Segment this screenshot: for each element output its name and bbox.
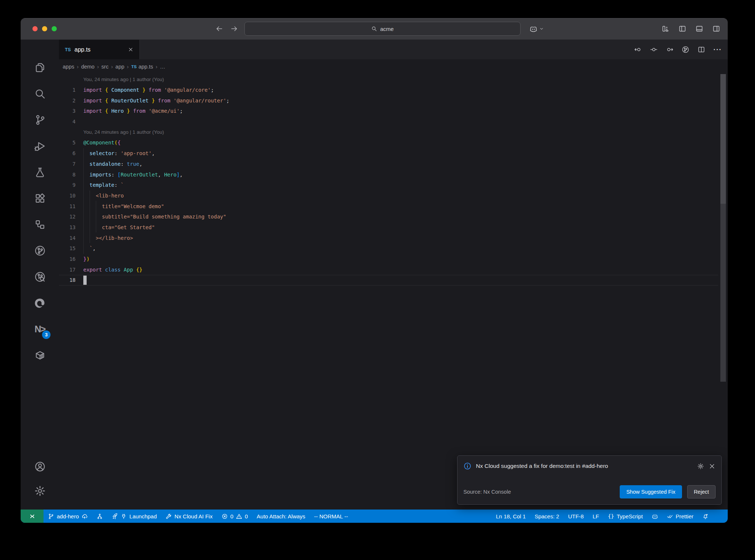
encoding-item[interactable]: UTF-8 (564, 510, 588, 523)
breadcrumb-item[interactable]: apps (63, 64, 74, 70)
search-value: acme (380, 26, 394, 32)
open-changes-icon[interactable] (650, 46, 658, 53)
editor-group: TS app.ts ··· apps›demo›src›app›TSapp.ts… (59, 40, 728, 510)
code-line-10[interactable]: 10 <lib-hero (59, 190, 718, 201)
chevron-down-icon (539, 26, 544, 31)
gitlens-file-annotations-icon[interactable] (682, 46, 689, 53)
activity-item-gitlens-inspect[interactable] (21, 264, 59, 290)
breadcrumb-item[interactable]: app (115, 64, 124, 70)
open-previous-change-icon[interactable] (634, 46, 642, 53)
activity-item-accounts[interactable] (21, 454, 59, 479)
code-line-7[interactable]: 7 standalone: true, (59, 159, 718, 169)
edge-tools-icon (34, 297, 46, 309)
customize-layout-icon[interactable] (661, 25, 669, 33)
open-next-change-icon[interactable] (666, 46, 674, 53)
activity-item-testing[interactable] (21, 159, 59, 185)
code-text: ></lib-hero> (83, 235, 133, 241)
breadcrumb-item[interactable]: src (101, 64, 108, 70)
more-actions-icon[interactable]: ··· (713, 45, 722, 54)
breadcrumb-item[interactable]: demo (81, 64, 94, 70)
notifications-item[interactable] (698, 510, 713, 523)
vim-mode-item[interactable]: -- NORMAL -- (310, 510, 352, 523)
copilot-icon (529, 25, 537, 33)
activity-item-manage-settings[interactable] (21, 479, 59, 503)
prettier-item[interactable]: Prettier (662, 510, 698, 523)
split-editor-icon[interactable] (697, 46, 705, 53)
notification-settings-icon[interactable] (697, 463, 704, 470)
scrollbar-track-shade (720, 204, 726, 382)
auto-attach-item[interactable]: Auto Attach: Always (252, 510, 310, 523)
eol-item[interactable]: LF (588, 510, 603, 523)
branch-item[interactable]: add-hero (44, 510, 92, 523)
close-tab-icon[interactable] (128, 47, 133, 52)
nx-cloud-ai-fix-item[interactable]: Nx Cloud AI Fix (161, 510, 217, 523)
close-window-button[interactable] (32, 26, 38, 31)
line-number: 6 (59, 150, 76, 156)
remote-icon (29, 513, 36, 520)
copilot-item[interactable] (647, 510, 662, 523)
activity-item-nx-console[interactable]: N>3 (21, 316, 59, 342)
toggle-panel-icon[interactable] (695, 25, 703, 33)
traffic-lights (32, 18, 57, 39)
breadcrumb-separator: › (97, 64, 99, 70)
remote-indicator[interactable] (21, 510, 44, 523)
code-line-14[interactable]: 14 ></lib-hero> (59, 232, 718, 243)
activity-item-extensions[interactable] (21, 185, 59, 211)
zoom-window-button[interactable] (52, 26, 57, 31)
commit-graph-item[interactable] (92, 510, 107, 523)
activity-item-explorer[interactable] (21, 55, 59, 81)
code-line-15[interactable]: 15 `, (59, 243, 718, 254)
notification-close-icon[interactable] (709, 463, 716, 470)
code-line-17[interactable]: 17export class App {} (59, 264, 718, 275)
toggle-primary-sidebar-icon[interactable] (678, 25, 686, 33)
tab-app-ts[interactable]: TS app.ts (59, 40, 140, 59)
toggle-secondary-sidebar-icon[interactable] (712, 25, 720, 33)
code-line-6[interactable]: 6 selector: 'app-root', (59, 148, 718, 159)
go-forward-icon[interactable] (230, 25, 238, 33)
line-number: 15 (59, 245, 76, 251)
scrollbar-thumb[interactable] (720, 74, 726, 204)
activity-item-edge-tools[interactable] (21, 290, 59, 316)
code-editor[interactable]: You, 24 minutes ago | 1 author (You)1imp… (59, 74, 728, 510)
code-line-13[interactable]: 13 cta="Get Started" (59, 222, 718, 233)
indentation-item[interactable]: Spaces: 2 (530, 510, 564, 523)
language-mode-item[interactable]: {}TypeScript (603, 510, 647, 523)
code-line-3[interactable]: 3import { Hero } from '@acme/ui'; (59, 106, 718, 116)
branch-item-icon (48, 513, 54, 519)
blame-annotation-row: You, 24 minutes ago | 1 author (You) (59, 74, 718, 85)
code-line-1[interactable]: 1import { Component } from '@angular/cor… (59, 85, 718, 95)
activity-item-search[interactable] (21, 81, 59, 107)
reject-button[interactable]: Reject (687, 485, 716, 498)
command-center-search[interactable]: acme (244, 22, 521, 36)
activity-bar-bottom (21, 454, 59, 510)
code-line-11[interactable]: 11 title="Welcmoe demo" (59, 201, 718, 211)
show-suggested-fix-button[interactable]: Show Suggested Fix (620, 485, 682, 498)
activity-item-run-and-debug[interactable] (21, 133, 59, 159)
problems-item[interactable]: 00 (217, 510, 253, 523)
cursor-position-item[interactable]: Ln 18, Col 1 (491, 510, 530, 523)
code-text: subtitle="Build something amazing today" (83, 214, 226, 220)
code-line-4[interactable]: 4 (59, 116, 718, 127)
code-line-12[interactable]: 12 subtitle="Build something amazing tod… (59, 211, 718, 222)
code-line-18[interactable]: 18 (59, 275, 718, 286)
indent-guide (90, 201, 90, 211)
code-line-9[interactable]: 9 template: ` (59, 180, 718, 190)
activity-item-source-control[interactable] (21, 107, 59, 133)
code-line-2[interactable]: 2import { RouterOutlet } from '@angular/… (59, 95, 718, 106)
copilot-menu[interactable] (529, 18, 544, 39)
activity-item-gitlens[interactable] (21, 238, 59, 264)
breadcrumb-item[interactable]: … (160, 64, 166, 70)
launchpad-item[interactable]: Launchpad (107, 510, 161, 523)
editor-cursor (83, 276, 87, 285)
activity-item-type-hierarchy[interactable] (21, 211, 59, 238)
activity-item-containers[interactable] (21, 342, 59, 368)
code-line-8[interactable]: 8 imports: [RouterOutlet, Hero], (59, 169, 718, 180)
code-line-16[interactable]: 16}) (59, 254, 718, 265)
line-number: 17 (59, 267, 76, 273)
minimize-window-button[interactable] (42, 26, 47, 31)
code-line-5[interactable]: 5@Component({ (59, 137, 718, 148)
go-back-icon[interactable] (215, 25, 223, 33)
breadcrumb-item[interactable]: TSapp.ts (131, 64, 153, 70)
auto-attach-item-label: Auto Attach: Always (257, 513, 305, 519)
problems-item-icon (236, 513, 242, 519)
